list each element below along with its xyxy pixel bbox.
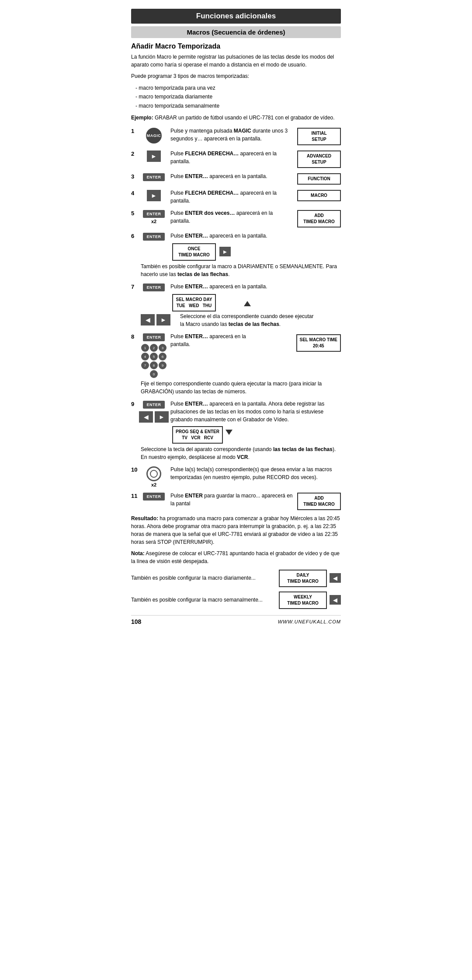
step-6-display: ONCETIMED MACRO	[172, 243, 216, 261]
arrow-right-icon-4: ►	[147, 190, 161, 201]
step-10-num: 10	[131, 466, 139, 473]
step-3-num: 3	[131, 173, 139, 180]
step-6-text: Pulse ENTER… aparecerá en la pantalla.	[170, 232, 341, 240]
step-9-text: Pulse ENTER… aparecerá en la pantalla. A…	[170, 400, 341, 424]
arrow-left-icon-7: ◀	[141, 314, 155, 326]
step-11-text: Pulse ENTER para guardar la macro... apa…	[170, 492, 294, 508]
step-6-display-area: ONCETIMED MACRO ►	[169, 242, 341, 261]
magic-icon: MAGIC	[146, 128, 162, 144]
main-title: Funciones adicionales	[131, 9, 341, 24]
arrow-left-daily: ◀	[330, 573, 341, 583]
step-7-display: SEL MACRO DAYTUE WED THU	[172, 294, 216, 312]
step-11-display: ADDTIMED MACRO	[297, 493, 341, 510]
step-2-num: 2	[131, 150, 139, 157]
record-inner	[150, 470, 158, 478]
enter-icon-6: ENTER	[143, 233, 164, 241]
arrow-left-icon-9: ◀	[139, 411, 153, 423]
type-2: - macro temporizada diariamente	[135, 92, 341, 101]
num-1: 1	[141, 344, 149, 352]
enter-icon-11: ENTER	[143, 493, 164, 500]
note-text: Nota: Asegúrese de colocar el URC-7781 a…	[131, 550, 341, 565]
sub-title: Macros (Secuencia de órdenes)	[131, 26, 341, 38]
step-5-text: Pulse ENTER dos veces… aparecerá en la p…	[170, 209, 294, 225]
num-8: 8	[150, 361, 158, 369]
step-7-text: Pulse ENTER… aparecerá en la pantalla.	[170, 283, 341, 290]
step-2: 2 ► Pulse FLECHA DERECHA… aparecerá en l…	[131, 150, 341, 168]
step-5-icon: ENTER x2	[141, 210, 167, 224]
step-6: 6 ENTER Pulse ENTER… aparecerá en la pan…	[131, 232, 341, 278]
step-5-num: 5	[131, 210, 139, 217]
step-4-icon: ►	[141, 190, 167, 201]
step-6-num: 6	[131, 233, 139, 239]
step-6-icon: ENTER	[141, 233, 167, 241]
step-7-num: 7	[131, 284, 139, 290]
daily-text: También es posible configurar la macro d…	[131, 574, 275, 582]
step-8-sub: Fije el tiempo correspondiente cuando qu…	[141, 380, 341, 396]
step-2-text: Pulse FLECHA DERECHA… aparecerá en la pa…	[170, 150, 294, 165]
step-8-text: Pulse ENTER… aparecerá en la pantalla.	[170, 332, 259, 348]
page-num: 108	[131, 618, 141, 625]
enter-icon-7: ENTER	[143, 284, 164, 291]
numpad-8: 1 2 3 4 5 6 7 8 9 0	[141, 344, 167, 378]
step-6-note: También es posible configurar la macro a…	[141, 262, 341, 278]
num-7: 7	[141, 361, 149, 369]
step-5: 5 ENTER x2 Pulse ENTER dos veces… aparec…	[131, 209, 341, 228]
step-1-display: INITIALSETUP	[297, 128, 341, 145]
arrow-right-icon-7: ►	[156, 314, 170, 326]
step-3-display: FUNCTION	[297, 173, 341, 185]
step-4: 4 ► Pulse FLECHA DERECHA… aparecerá en l…	[131, 189, 341, 205]
weekly-display: WEEKLYTIMED MACRO	[279, 592, 327, 609]
weekly-text: También es posible configurar la macro s…	[131, 596, 275, 604]
step-7-arrows: ◀ ►	[141, 314, 170, 326]
step-9-num: 9	[131, 401, 139, 407]
step-4-num: 4	[131, 190, 139, 196]
step-9-icon: ENTER ◀ ►	[141, 401, 167, 423]
steps-area: 1 MAGIC Pulse y mantenga pulsada MAGIC d…	[131, 127, 341, 510]
step-8-display: SEL MACRO TIME20:45	[296, 334, 341, 352]
step-1-text: Pulse y mantenga pulsada MAGIC durante u…	[170, 127, 294, 143]
step-11-num: 11	[131, 493, 139, 499]
step-3-text: Pulse ENTER… aparecerá en la pantalla.	[170, 172, 294, 180]
step-7-sub: Seleccione el día correspondiente cuando…	[180, 312, 314, 328]
step-7-icon: ENTER	[141, 284, 167, 291]
step-8-num: 8	[131, 333, 139, 340]
step-5-x2: x2	[151, 219, 156, 224]
step-11: 11 ENTER Pulse ENTER para guardar la mac…	[131, 492, 341, 510]
types-list: - macro temporizada para una vez - macro…	[131, 84, 341, 110]
enter-icon-5: ENTER	[143, 210, 164, 218]
step-9-display-wrap: PROG SEQ & ENTERTV VCR RCV	[169, 425, 341, 444]
enter-icon-8: ENTER	[143, 333, 164, 341]
num-2: 2	[150, 344, 158, 352]
num-3: 3	[159, 344, 167, 352]
step-9-arrows: ◀ ►	[139, 411, 169, 423]
step-1: 1 MAGIC Pulse y mantenga pulsada MAGIC d…	[131, 127, 341, 145]
daily-display: DAILYTIMED MACRO	[279, 570, 327, 587]
page-footer: 108 WWW.UNEFUKALL.COM	[131, 615, 341, 625]
step-3-icon: ENTER	[141, 173, 167, 181]
step-8-icon: ENTER 1 2 3 4 5 6 7 8 9 0	[141, 333, 167, 378]
intro-text: La función Macro le permite registrar la…	[131, 53, 341, 69]
arrow-right-icon-6: ►	[219, 247, 231, 256]
enter-icon-9: ENTER	[143, 401, 164, 409]
website: WWW.UNEFUKALL.COM	[278, 619, 341, 624]
triangle-down-9	[226, 430, 233, 435]
step-9-sub: Seleccione la tecla del aparato correspo…	[141, 445, 341, 461]
enter-icon-3: ENTER	[143, 173, 164, 181]
types-intro: Puede programar 3 tipos de macros tempor…	[131, 72, 341, 80]
step-1-icon: MAGIC	[141, 128, 167, 144]
num-9: 9	[159, 361, 167, 369]
type-1: - macro temporizada para una vez	[135, 84, 341, 92]
record-icon	[146, 466, 161, 481]
step-11-icon: ENTER	[141, 493, 167, 500]
step-8: 8 ENTER 1 2 3 4 5 6 7 8 9 0 Pulse ENTER……	[131, 332, 341, 396]
step-9: 9 ENTER ◀ ► Pulse ENTER… aparecerá en la…	[131, 400, 341, 461]
step-2-display: ADVANCEDSETUP	[297, 150, 341, 168]
step-10-x2: x2	[151, 482, 156, 487]
num-5: 5	[150, 353, 158, 360]
triangle-up-7	[244, 301, 251, 306]
step-5-display: ADDTIMED MACRO	[297, 210, 341, 228]
step-7: 7 ENTER Pulse ENTER… aparecerá en la pan…	[131, 283, 341, 328]
step-10-icon: x2	[141, 466, 167, 487]
weekly-row: También es posible configurar la macro s…	[131, 591, 341, 609]
num-4: 4	[141, 353, 149, 360]
